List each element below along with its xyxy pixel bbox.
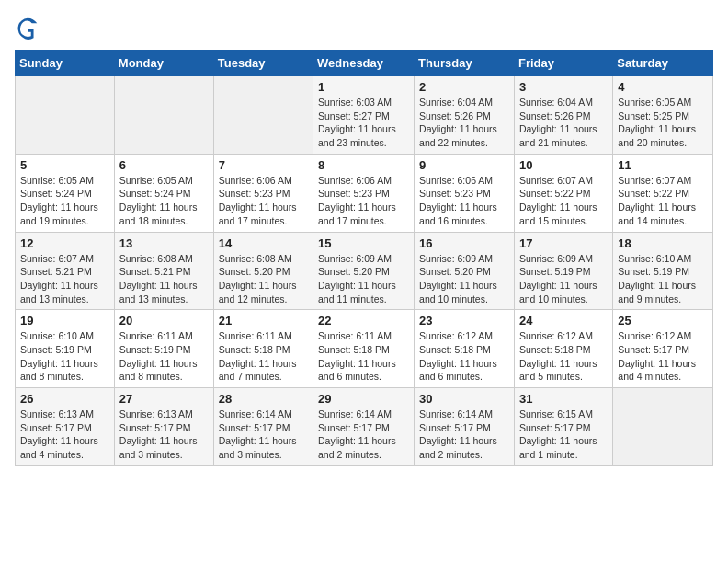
calendar-day-cell: 1Sunrise: 6:03 AMSunset: 5:27 PMDaylight… (313, 76, 415, 155)
day-number: 11 (618, 158, 708, 172)
calendar-week-row: 1Sunrise: 6:03 AMSunset: 5:27 PMDaylight… (16, 76, 713, 155)
day-info: Sunrise: 6:04 AMSunset: 5:26 PMDaylight:… (419, 96, 509, 150)
day-info: Sunrise: 6:15 AMSunset: 5:17 PMDaylight:… (519, 408, 608, 462)
calendar-day-cell: 30Sunrise: 6:14 AMSunset: 5:17 PMDayligh… (415, 388, 515, 466)
logo (15, 15, 44, 40)
calendar-day-cell: 3Sunrise: 6:04 AMSunset: 5:26 PMDaylight… (514, 76, 612, 155)
day-info: Sunrise: 6:11 AMSunset: 5:19 PMDaylight:… (119, 329, 209, 384)
calendar-day-cell: 24Sunrise: 6:12 AMSunset: 5:18 PMDayligh… (514, 310, 612, 388)
day-number: 7 (219, 158, 308, 172)
calendar-day-cell: 28Sunrise: 6:14 AMSunset: 5:17 PMDayligh… (213, 388, 313, 466)
weekday-header-saturday: Saturday (613, 51, 713, 76)
day-info: Sunrise: 6:07 AMSunset: 5:22 PMDaylight:… (519, 174, 608, 228)
day-info: Sunrise: 6:06 AMSunset: 5:23 PMDaylight:… (219, 174, 308, 228)
day-info: Sunrise: 6:08 AMSunset: 5:21 PMDaylight:… (119, 252, 209, 306)
calendar-day-cell: 19Sunrise: 6:10 AMSunset: 5:19 PMDayligh… (16, 310, 115, 388)
calendar-day-cell: 29Sunrise: 6:14 AMSunset: 5:17 PMDayligh… (313, 388, 415, 466)
weekday-header-sunday: Sunday (16, 51, 115, 76)
day-number: 6 (119, 158, 209, 172)
day-info: Sunrise: 6:12 AMSunset: 5:18 PMDaylight:… (519, 329, 608, 384)
day-number: 15 (318, 236, 409, 250)
weekday-header-thursday: Thursday (415, 51, 515, 76)
day-info: Sunrise: 6:08 AMSunset: 5:20 PMDaylight:… (219, 252, 308, 306)
day-info: Sunrise: 6:11 AMSunset: 5:18 PMDaylight:… (219, 329, 308, 384)
weekday-header-wednesday: Wednesday (313, 51, 415, 76)
day-info: Sunrise: 6:05 AMSunset: 5:25 PMDaylight:… (618, 96, 708, 150)
calendar-week-row: 5Sunrise: 6:05 AMSunset: 5:24 PMDaylight… (16, 154, 713, 232)
logo-icon (15, 15, 40, 40)
day-number: 24 (519, 314, 608, 327)
day-number: 18 (618, 236, 708, 250)
calendar-week-row: 12Sunrise: 6:07 AMSunset: 5:21 PMDayligh… (16, 232, 713, 310)
calendar-day-cell: 2Sunrise: 6:04 AMSunset: 5:26 PMDaylight… (415, 76, 515, 155)
calendar-day-cell: 27Sunrise: 6:13 AMSunset: 5:17 PMDayligh… (114, 388, 213, 466)
day-info: Sunrise: 6:05 AMSunset: 5:24 PMDaylight:… (119, 174, 209, 228)
empty-day-cell (16, 76, 115, 155)
calendar-day-cell: 11Sunrise: 6:07 AMSunset: 5:22 PMDayligh… (613, 154, 713, 232)
day-info: Sunrise: 6:06 AMSunset: 5:23 PMDaylight:… (419, 174, 509, 228)
day-info: Sunrise: 6:09 AMSunset: 5:20 PMDaylight:… (318, 252, 409, 306)
day-info: Sunrise: 6:09 AMSunset: 5:20 PMDaylight:… (419, 252, 509, 306)
calendar-week-row: 19Sunrise: 6:10 AMSunset: 5:19 PMDayligh… (16, 310, 713, 388)
calendar-day-cell: 7Sunrise: 6:06 AMSunset: 5:23 PMDaylight… (213, 154, 313, 232)
weekday-header-friday: Friday (514, 51, 612, 76)
day-number: 5 (20, 158, 109, 172)
day-number: 29 (318, 392, 409, 406)
calendar-day-cell: 13Sunrise: 6:08 AMSunset: 5:21 PMDayligh… (114, 232, 213, 310)
calendar-day-cell: 9Sunrise: 6:06 AMSunset: 5:23 PMDaylight… (415, 154, 515, 232)
calendar-day-cell: 18Sunrise: 6:10 AMSunset: 5:19 PMDayligh… (613, 232, 713, 310)
empty-day-cell (114, 76, 213, 155)
day-number: 13 (119, 236, 209, 250)
day-number: 2 (419, 80, 509, 94)
day-number: 27 (119, 392, 209, 406)
day-info: Sunrise: 6:07 AMSunset: 5:21 PMDaylight:… (20, 252, 109, 306)
calendar-day-cell: 20Sunrise: 6:11 AMSunset: 5:19 PMDayligh… (114, 310, 213, 388)
calendar-table: SundayMondayTuesdayWednesdayThursdayFrid… (15, 50, 713, 466)
day-number: 4 (618, 80, 708, 94)
calendar-day-cell: 26Sunrise: 6:13 AMSunset: 5:17 PMDayligh… (16, 388, 115, 466)
calendar-day-cell: 15Sunrise: 6:09 AMSunset: 5:20 PMDayligh… (313, 232, 415, 310)
calendar-day-cell: 10Sunrise: 6:07 AMSunset: 5:22 PMDayligh… (514, 154, 612, 232)
empty-day-cell (213, 76, 313, 155)
day-number: 1 (318, 80, 409, 94)
day-info: Sunrise: 6:07 AMSunset: 5:22 PMDaylight:… (618, 174, 708, 228)
calendar-day-cell: 31Sunrise: 6:15 AMSunset: 5:17 PMDayligh… (514, 388, 612, 466)
calendar-day-cell: 5Sunrise: 6:05 AMSunset: 5:24 PMDaylight… (16, 154, 115, 232)
calendar-day-cell: 12Sunrise: 6:07 AMSunset: 5:21 PMDayligh… (16, 232, 115, 310)
day-number: 23 (419, 314, 509, 327)
day-info: Sunrise: 6:04 AMSunset: 5:26 PMDaylight:… (519, 96, 608, 150)
calendar-day-cell: 23Sunrise: 6:12 AMSunset: 5:18 PMDayligh… (415, 310, 515, 388)
calendar-week-row: 26Sunrise: 6:13 AMSunset: 5:17 PMDayligh… (16, 388, 713, 466)
day-number: 21 (219, 314, 308, 327)
weekday-header-monday: Monday (114, 51, 213, 76)
day-info: Sunrise: 6:05 AMSunset: 5:24 PMDaylight:… (20, 174, 109, 228)
calendar-day-cell: 6Sunrise: 6:05 AMSunset: 5:24 PMDaylight… (114, 154, 213, 232)
day-number: 30 (419, 392, 509, 406)
page-header (15, 15, 713, 40)
day-number: 17 (519, 236, 608, 250)
day-info: Sunrise: 6:10 AMSunset: 5:19 PMDaylight:… (618, 252, 708, 306)
day-number: 28 (219, 392, 308, 406)
day-info: Sunrise: 6:14 AMSunset: 5:17 PMDaylight:… (318, 408, 409, 462)
calendar-day-cell: 14Sunrise: 6:08 AMSunset: 5:20 PMDayligh… (213, 232, 313, 310)
day-number: 14 (219, 236, 308, 250)
calendar-day-cell: 8Sunrise: 6:06 AMSunset: 5:23 PMDaylight… (313, 154, 415, 232)
day-number: 25 (618, 314, 708, 327)
day-number: 20 (119, 314, 209, 327)
empty-day-cell (613, 388, 713, 466)
day-info: Sunrise: 6:12 AMSunset: 5:18 PMDaylight:… (419, 329, 509, 384)
day-number: 8 (318, 158, 409, 172)
calendar-day-cell: 4Sunrise: 6:05 AMSunset: 5:25 PMDaylight… (613, 76, 713, 155)
calendar-day-cell: 22Sunrise: 6:11 AMSunset: 5:18 PMDayligh… (313, 310, 415, 388)
weekday-header-row: SundayMondayTuesdayWednesdayThursdayFrid… (16, 51, 713, 76)
day-number: 22 (318, 314, 409, 327)
day-info: Sunrise: 6:13 AMSunset: 5:17 PMDaylight:… (119, 408, 209, 462)
day-info: Sunrise: 6:06 AMSunset: 5:23 PMDaylight:… (318, 174, 409, 228)
day-number: 16 (419, 236, 509, 250)
calendar-day-cell: 17Sunrise: 6:09 AMSunset: 5:19 PMDayligh… (514, 232, 612, 310)
calendar-day-cell: 21Sunrise: 6:11 AMSunset: 5:18 PMDayligh… (213, 310, 313, 388)
day-number: 31 (519, 392, 608, 406)
weekday-header-tuesday: Tuesday (213, 51, 313, 76)
day-info: Sunrise: 6:12 AMSunset: 5:17 PMDaylight:… (618, 329, 708, 384)
day-info: Sunrise: 6:10 AMSunset: 5:19 PMDaylight:… (20, 329, 109, 384)
